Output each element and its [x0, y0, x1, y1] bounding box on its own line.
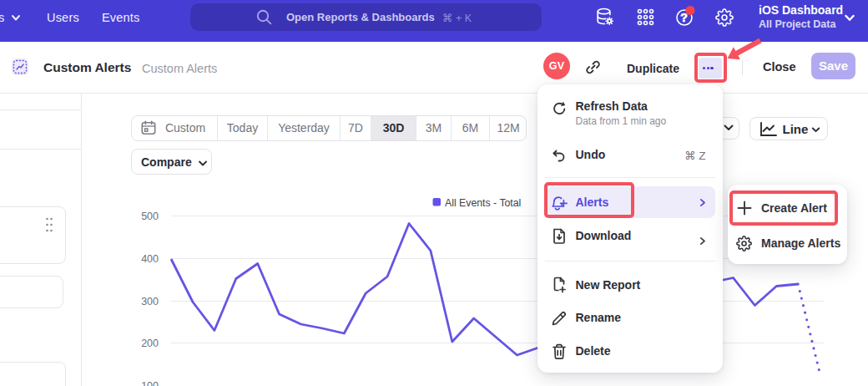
svg-text:500: 500 [141, 211, 159, 222]
svg-text:300: 300 [141, 296, 159, 307]
svg-text:All Events - Total: All Events - Total [445, 197, 521, 209]
svg-text:100: 100 [141, 380, 159, 386]
svg-text:400: 400 [141, 253, 159, 265]
svg-text:200: 200 [141, 338, 159, 349]
